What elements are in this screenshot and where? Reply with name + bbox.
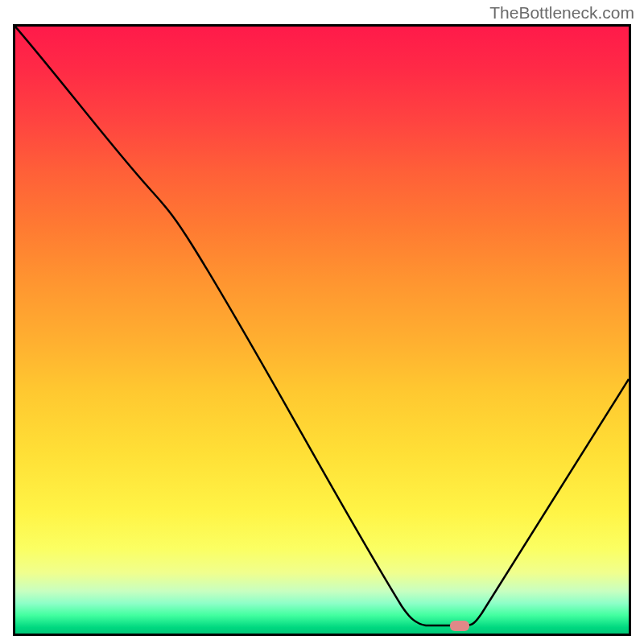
chart-svg: [15, 27, 629, 634]
chart-frame: [13, 24, 631, 636]
bottleneck-curve: [15, 27, 629, 625]
chart-container: TheBottleneck.com: [0, 0, 644, 644]
watermark-text: TheBottleneck.com: [489, 3, 634, 23]
optimal-marker: [450, 621, 469, 631]
